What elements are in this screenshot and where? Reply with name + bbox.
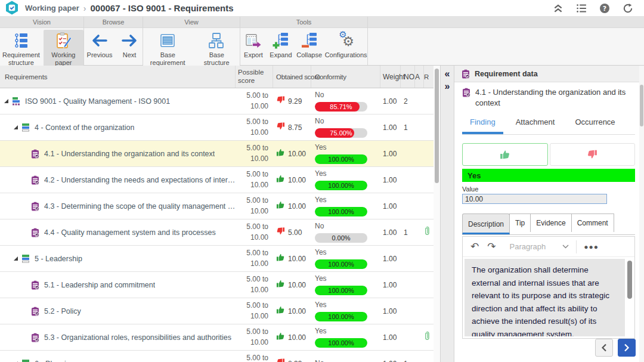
thumb-down-icon bbox=[587, 149, 597, 160]
requirement-name: 5 - Leadership bbox=[35, 255, 82, 263]
thumb-icon bbox=[276, 227, 285, 238]
redo-icon[interactable]: ↷ bbox=[484, 242, 499, 252]
requirement-name: ISO 9001 - Quality Management - ISO 9001 bbox=[25, 97, 170, 106]
export-icon bbox=[244, 32, 262, 49]
table-row[interactable]: 6 - Planning 5.00 to10.00 8.33 No 1.00 1 bbox=[0, 351, 434, 362]
conformity-cell: No bbox=[311, 359, 380, 362]
subtab-description[interactable]: Description bbox=[462, 214, 510, 234]
table-row[interactable]: 4.2 - Understanding the needs and expect… bbox=[0, 167, 434, 193]
editor-scrollbar[interactable] bbox=[625, 257, 634, 338]
conformity-progress-pill: 100.00% bbox=[315, 207, 367, 216]
expand-panel-icon[interactable]: » bbox=[441, 81, 454, 93]
panel-scrollbar[interactable] bbox=[639, 66, 644, 362]
table-row[interactable]: 5.2 - Policy 5.00 to10.00 10.00 Yes 100.… bbox=[0, 298, 434, 324]
value-input[interactable] bbox=[462, 194, 607, 204]
tree-expander-icon[interactable] bbox=[13, 125, 21, 130]
col-obtained-score[interactable]: Obtained score bbox=[273, 66, 311, 88]
requirement-name: 4.3 - Determining the scope of the quali… bbox=[44, 202, 236, 211]
export-button[interactable]: Export bbox=[240, 30, 267, 60]
obtained-score-cell: 10.00 bbox=[273, 332, 311, 343]
group-label: Vision bbox=[0, 17, 83, 28]
base-requirement-icon bbox=[159, 32, 177, 49]
collapse-panel-icon[interactable]: « bbox=[441, 68, 454, 81]
table-scrollbar[interactable] bbox=[434, 66, 440, 362]
conformity-progress-pill: 100.00% bbox=[315, 181, 367, 190]
base-structure-button[interactable]: Base structure bbox=[193, 30, 240, 67]
obtained-score-cell: 10.00 bbox=[273, 174, 311, 185]
col-weight[interactable]: Weight bbox=[380, 66, 401, 88]
subtab-comment[interactable]: Comment bbox=[571, 214, 614, 232]
requirement-name: 4.1 - Understanding the organization and… bbox=[44, 150, 215, 158]
possible-score-cell: 5.00 to10.00 bbox=[236, 91, 273, 112]
table-row[interactable]: 4.4 - Quality management system and its … bbox=[0, 219, 434, 246]
expand-button[interactable]: Expand bbox=[268, 30, 294, 60]
undo-icon[interactable]: ↶ bbox=[467, 242, 482, 252]
col-conformity[interactable]: Conformity bbox=[311, 66, 380, 88]
table-row[interactable]: 5.1 - Leadership and commitment 5.00 to1… bbox=[0, 272, 434, 298]
app-logo-icon bbox=[5, 1, 19, 16]
table-row[interactable]: 4 - Context of the organization 5.00 to1… bbox=[0, 115, 434, 141]
tree-expander-icon[interactable] bbox=[13, 256, 21, 261]
next-button[interactable]: Next bbox=[116, 30, 143, 60]
obtained-score-cell: 10.00 bbox=[273, 200, 311, 212]
collapse-header-icon[interactable] bbox=[553, 3, 564, 14]
weight-cell: 1.00 bbox=[380, 123, 401, 132]
col-possible-score[interactable]: Possible score bbox=[236, 66, 273, 88]
arrow-left-icon bbox=[91, 32, 109, 49]
working-paper-icon bbox=[54, 32, 72, 49]
table-row[interactable]: 5 - Leadership 5.00 to10.00 10.00 Yes 10… bbox=[0, 246, 434, 272]
more-options-icon[interactable]: ●●● bbox=[584, 243, 599, 251]
obtained-score-cell: 5.00 bbox=[273, 227, 311, 238]
table-row[interactable]: 4.3 - Determining the scope of the quali… bbox=[0, 193, 434, 219]
tab-attachment[interactable]: Attachment bbox=[508, 115, 563, 134]
table-row[interactable]: 4.1 - Understanding the organization and… bbox=[0, 141, 434, 167]
col-requirements[interactable]: Requirements bbox=[0, 66, 236, 88]
panel-title: Requirement data bbox=[475, 70, 538, 78]
group-label: Tools bbox=[240, 17, 367, 28]
configurations-button[interactable]: ⚙⚙ Configurations bbox=[324, 30, 367, 60]
subtab-tip[interactable]: Tip bbox=[509, 214, 531, 232]
conformity-cell: Yes 100.00% bbox=[311, 143, 380, 164]
table-row[interactable]: ISO 9001 - Quality Management - ISO 9001… bbox=[0, 88, 434, 115]
value-label: Value bbox=[462, 185, 635, 193]
description-text[interactable]: The organization shall determine externa… bbox=[465, 259, 625, 336]
no-count-cell: 2 bbox=[401, 97, 415, 106]
previous-record-button[interactable] bbox=[595, 339, 613, 357]
weight-cell: 1.00 bbox=[380, 150, 401, 158]
breadcrumb[interactable]: Working paper bbox=[25, 4, 79, 13]
row-type-icon bbox=[31, 333, 42, 342]
no-count-cell: 1 bbox=[401, 228, 415, 237]
col-r[interactable]: R bbox=[424, 66, 434, 88]
conformity-progress-pill: 100.00% bbox=[315, 338, 367, 348]
table-body: ISO 9001 - Quality Management - ISO 9001… bbox=[0, 88, 434, 362]
table-row[interactable]: 5.3 - Organizational roles, responsibili… bbox=[0, 324, 434, 351]
obtained-score-cell: 8.75 bbox=[273, 122, 311, 133]
thumb-icon bbox=[276, 358, 285, 362]
possible-score-cell: 5.00 to10.00 bbox=[236, 248, 273, 269]
tab-finding[interactable]: Finding bbox=[462, 115, 503, 134]
svg-text:?: ? bbox=[603, 5, 606, 13]
help-icon[interactable]: ? bbox=[599, 3, 610, 14]
base-requirement-button[interactable]: Base requirement bbox=[143, 30, 192, 67]
tab-occurrence[interactable]: Occurrence bbox=[567, 115, 623, 134]
possible-score-cell: 5.00 to10.00 bbox=[236, 301, 273, 321]
previous-button[interactable]: Previous bbox=[84, 30, 115, 60]
subtab-evidence[interactable]: Evidence bbox=[530, 214, 571, 232]
refresh-icon[interactable] bbox=[623, 3, 633, 14]
tree-expander-icon[interactable] bbox=[4, 98, 12, 104]
toolbar-group-vision: Vision Requirement structure Working pap… bbox=[0, 17, 84, 65]
thumb-down-button[interactable] bbox=[550, 143, 636, 166]
list-view-icon[interactable] bbox=[576, 3, 587, 14]
working-paper-button[interactable]: Working paper bbox=[44, 30, 83, 67]
requirement-name: 5.2 - Policy bbox=[44, 307, 81, 315]
conformity-progress-pill: 100.00% bbox=[315, 259, 367, 269]
possible-score-cell: 5.00 to10.00 bbox=[236, 353, 273, 362]
collapse-button[interactable]: Collapse bbox=[295, 30, 323, 60]
next-record-button[interactable] bbox=[618, 339, 636, 357]
requirement-structure-button[interactable]: Requirement structure bbox=[0, 30, 42, 67]
col-no[interactable]: NO bbox=[401, 66, 415, 88]
thumb-up-button[interactable] bbox=[462, 143, 548, 166]
toolbar-group-browse: Browse Previous Next bbox=[84, 17, 143, 65]
col-a[interactable]: A bbox=[415, 66, 424, 88]
paragraph-dropdown[interactable]: Paragraph bbox=[510, 242, 569, 251]
